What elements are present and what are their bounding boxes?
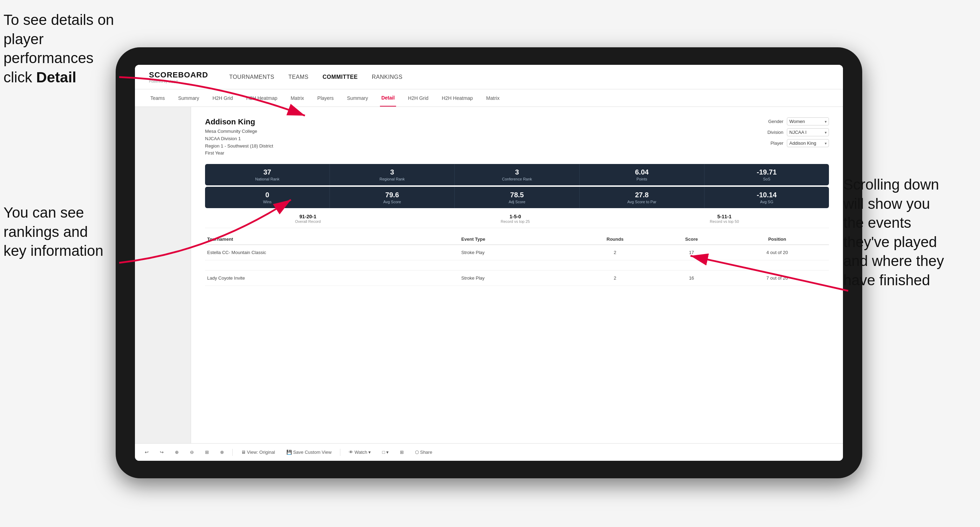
toolbar-share-icon[interactable]: □ ▾ bbox=[379, 448, 391, 456]
nav-teams[interactable]: TEAMS bbox=[288, 74, 309, 80]
subnav-teams[interactable]: Teams bbox=[149, 89, 166, 106]
toolbar-watch[interactable]: 👁 Watch ▾ bbox=[346, 448, 374, 456]
toolbar-time[interactable]: ⊗ bbox=[217, 448, 227, 456]
record-item: 91-20-1Overall Record bbox=[295, 214, 321, 224]
stat-value: 3 bbox=[458, 168, 576, 176]
sub-nav: Teams Summary H2H Grid H2H Heatmap Matri… bbox=[135, 89, 843, 107]
toolbar-redo[interactable]: ↪ bbox=[157, 448, 167, 456]
record-label: Record vs top 50 bbox=[710, 219, 739, 224]
tournament-table: Tournament Event Type Rounds Score Posit… bbox=[205, 234, 829, 286]
toolbar-fit[interactable]: ⊞ bbox=[202, 448, 212, 456]
division-filter-row: Division NJCAA I NJCAA II bbox=[767, 128, 829, 136]
stat-value: 3 bbox=[333, 168, 451, 176]
bottom-toolbar: ↩ ↪ ⊕ ⊖ ⊞ ⊗ 🖥 View: Original 💾 Save Cust… bbox=[135, 443, 843, 461]
toolbar-zoom-in[interactable]: ⊕ bbox=[172, 448, 181, 456]
cell-position bbox=[725, 260, 829, 270]
toolbar-save-custom[interactable]: 💾 Save Custom View bbox=[283, 448, 334, 456]
subnav-h2h-grid2[interactable]: H2H Grid bbox=[407, 89, 430, 106]
logo-sub: Powered by clippd bbox=[149, 79, 208, 83]
player-select[interactable]: Addison King bbox=[787, 139, 829, 147]
annotation-bl-1: You can see bbox=[3, 204, 84, 221]
record-label: Record vs top 25 bbox=[501, 219, 530, 224]
stat-value: -10.14 bbox=[708, 191, 826, 199]
record-item: 5-11-1Record vs top 50 bbox=[710, 214, 739, 224]
annotation-br-4: they've played bbox=[843, 234, 937, 250]
cell-score bbox=[657, 260, 725, 270]
annotation-br-5: and where they bbox=[843, 252, 944, 269]
col-position: Position bbox=[725, 234, 829, 245]
stat-cell: 79.6Avg Score bbox=[330, 187, 455, 208]
subnav-matrix2[interactable]: Matrix bbox=[485, 89, 501, 106]
scoreboard-logo: SCOREBOARD Powered by clippd bbox=[149, 70, 208, 83]
table-row: Estella CC- Mountain Classic Stroke Play… bbox=[205, 245, 829, 260]
nav-items: TOURNAMENTS TEAMS COMMITTEE RANKINGS bbox=[229, 74, 402, 80]
annotation-tl-bold: Detail bbox=[36, 69, 76, 86]
stat-cell: 37National Rank bbox=[205, 164, 330, 185]
player-region: Region 1 - Southwest (18) District bbox=[205, 143, 273, 150]
player-label: Player bbox=[770, 141, 783, 146]
cell-score: 17 bbox=[657, 245, 725, 260]
cell-rounds: 2 bbox=[573, 270, 657, 286]
stat-value: 27.8 bbox=[583, 191, 701, 199]
division-select[interactable]: NJCAA I NJCAA II bbox=[787, 128, 829, 136]
tablet-frame: SCOREBOARD Powered by clippd TOURNAMENTS… bbox=[116, 47, 862, 478]
detail-panel: Addison King Mesa Community College NJCA… bbox=[191, 107, 843, 443]
gender-select[interactable]: Women Men bbox=[787, 117, 829, 125]
stat-label: Conference Rank bbox=[458, 177, 576, 181]
subnav-summary2[interactable]: Summary bbox=[345, 89, 369, 106]
cell-event-type bbox=[459, 260, 573, 270]
stat-label: SoS bbox=[708, 177, 826, 181]
player-division: NJCAA Division 1 bbox=[205, 135, 273, 143]
record-label: Overall Record bbox=[295, 219, 321, 224]
records-row: 91-20-1Overall Record1-5-0Record vs top … bbox=[205, 210, 829, 228]
cell-rounds bbox=[573, 260, 657, 270]
subnav-detail[interactable]: Detail bbox=[380, 89, 396, 106]
player-school: Mesa Community College bbox=[205, 128, 273, 135]
toolbar-undo[interactable]: ↩ bbox=[142, 448, 151, 456]
player-name: Addison King bbox=[205, 117, 273, 127]
nav-rankings[interactable]: RANKINGS bbox=[372, 74, 403, 80]
player-header: Addison King Mesa Community College NJCA… bbox=[205, 117, 829, 157]
cell-event-type: Stroke Play bbox=[459, 270, 573, 286]
subnav-h2h-grid[interactable]: H2H Grid bbox=[211, 89, 234, 106]
cell-rounds: 2 bbox=[573, 245, 657, 260]
annotation-bl-2: rankings and bbox=[3, 224, 88, 240]
stats-grid-row1: 37National Rank3Regional Rank3Conference… bbox=[205, 164, 829, 185]
table-row: Lady Coyote Invite Stroke Play 2 16 7 ou… bbox=[205, 270, 829, 286]
subnav-h2h-heatmap2[interactable]: H2H Heatmap bbox=[440, 89, 474, 106]
col-tournament: Tournament bbox=[205, 234, 459, 245]
record-value: 91-20-1 bbox=[295, 214, 321, 219]
main-content: Addison King Mesa Community College NJCA… bbox=[135, 107, 843, 443]
stat-value: 37 bbox=[208, 168, 326, 176]
subnav-matrix[interactable]: Matrix bbox=[289, 89, 305, 106]
stat-cell: 78.5Adj Score bbox=[455, 187, 579, 208]
stat-value: 6.04 bbox=[583, 168, 701, 176]
player-filter-row: Player Addison King bbox=[770, 139, 829, 147]
toolbar-grid[interactable]: ⊞ bbox=[397, 448, 407, 456]
subnav-h2h-heatmap[interactable]: H2H Heatmap bbox=[245, 89, 279, 106]
annotation-bottom-left: You can see rankings and key information bbox=[3, 203, 123, 261]
stat-label: Avg Score bbox=[333, 200, 451, 204]
toolbar-view-original[interactable]: 🖥 View: Original bbox=[238, 448, 278, 456]
stat-cell: 6.04Points bbox=[580, 164, 705, 185]
stat-label: National Rank bbox=[208, 177, 326, 181]
gender-select-wrapper: Women Men bbox=[787, 117, 829, 125]
player-year: First Year bbox=[205, 149, 273, 157]
nav-committee[interactable]: COMMITTEE bbox=[323, 74, 358, 80]
toolbar-share[interactable]: ⬡ Share bbox=[412, 448, 435, 456]
stat-value: 78.5 bbox=[458, 191, 576, 199]
record-value: 5-11-1 bbox=[710, 214, 739, 219]
subnav-players[interactable]: Players bbox=[316, 89, 335, 106]
player-select-wrapper: Addison King bbox=[787, 139, 829, 147]
col-score: Score bbox=[657, 234, 725, 245]
stat-cell: 3Regional Rank bbox=[330, 164, 455, 185]
division-select-wrapper: NJCAA I NJCAA II bbox=[787, 128, 829, 136]
cell-tournament: Estella CC- Mountain Classic bbox=[205, 245, 459, 260]
stat-cell: -19.71SoS bbox=[705, 164, 829, 185]
cell-score: 16 bbox=[657, 270, 725, 286]
subnav-summary[interactable]: Summary bbox=[177, 89, 200, 106]
toolbar-zoom-out[interactable]: ⊖ bbox=[187, 448, 197, 456]
sidebar bbox=[135, 107, 191, 443]
nav-tournaments[interactable]: TOURNAMENTS bbox=[229, 74, 274, 80]
cell-event-type: Stroke Play bbox=[459, 245, 573, 260]
